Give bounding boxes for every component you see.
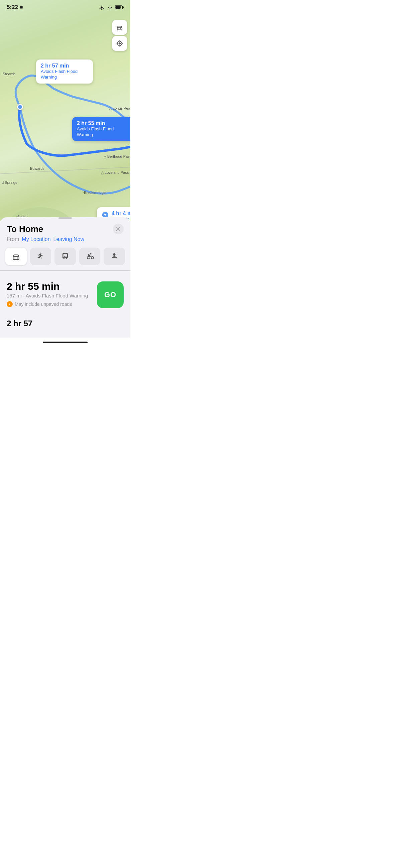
sheet-header: To Home [0,224,130,236]
map-label-berthoud: △ Berthoud Pass [103,154,130,159]
status-time: 5:22 [7,4,23,11]
location-arrow-icon [20,5,23,9]
status-icons [99,5,124,10]
route2-desc: Avoids Flash FloodWarning [77,126,128,138]
sheet-title: To Home [7,224,43,234]
svg-rect-2 [115,6,121,9]
map-label-edwards: Edwards [30,166,44,170]
bottom-sheet: To Home From My Location Leaving Now [0,217,130,338]
drag-handle[interactable] [59,217,72,219]
warning-dot-icon [7,301,13,307]
map-label-lovelandpass: △ Loveland Pass [101,170,129,175]
map-view[interactable]: 2 hr 57 min Avoids Flash FloodWarning 2 … [0,0,130,221]
divider [0,270,130,271]
clock: 5:22 [7,4,18,11]
sheet-from: From My Location Leaving Now [0,236,130,248]
transport-rideshare-tab[interactable] [103,248,125,265]
svg-point-9 [9,304,10,305]
home-indicator-bar [0,342,130,346]
transport-car-tab[interactable] [5,248,27,265]
warning-text: May include unpaved roads [15,302,72,307]
status-bar: 5:22 [0,0,130,15]
route-details: 157 mi · Avoids Flash Flood Warning [7,293,88,299]
transport-bike-tab[interactable] [79,248,100,265]
home-indicator [43,342,88,343]
map-label-dsprings: d Springs [2,181,17,185]
battery-icon [115,5,124,10]
route3-time: 4 hr 4 min [112,211,130,217]
route-callout-2[interactable]: 2 hr 55 min Avoids Flash FloodWarning [72,117,130,141]
my-location-link[interactable]: My Location [22,236,51,242]
route1-time: 2 hr 57 min [41,63,88,69]
go-button[interactable]: GO [97,281,124,308]
route-callout-1[interactable]: 2 hr 57 min Avoids Flash FloodWarning [36,60,93,84]
svg-rect-1 [123,6,124,8]
airplane-icon [99,5,105,10]
transport-transit-tab[interactable] [55,248,76,265]
location-btn[interactable] [112,36,127,51]
from-label: From [7,236,19,242]
map-controls [112,20,127,51]
map-label-steamboat: ·Steamb [2,72,16,76]
close-button[interactable] [113,224,124,234]
route1-desc: Avoids Flash FloodWarning [41,69,88,80]
route-info: 2 hr 55 min 157 mi · Avoids Flash Flood … [7,281,88,307]
wifi-icon [107,5,113,10]
warning-row: May include unpaved roads [7,301,88,307]
leaving-now-link[interactable]: Leaving Now [54,236,85,242]
drive-view-btn[interactable] [112,20,127,35]
map-label-longspeak: △ Longs Peak [109,106,130,111]
second-route-duration: 2 hr 57 [7,319,124,328]
route-duration: 2 hr 55 min [7,281,88,291]
transport-walk-tab[interactable] [30,248,52,265]
transport-tabs [0,248,130,270]
route2-time: 2 hr 55 min [77,120,128,126]
primary-route-result: 2 hr 55 min 157 mi · Avoids Flash Flood … [0,276,130,313]
go-label: GO [104,290,116,299]
current-location-dot [17,104,23,110]
map-label-breckenridge: ·Breckenridge [83,190,105,194]
second-route-preview[interactable]: 2 hr 57 [0,313,130,331]
